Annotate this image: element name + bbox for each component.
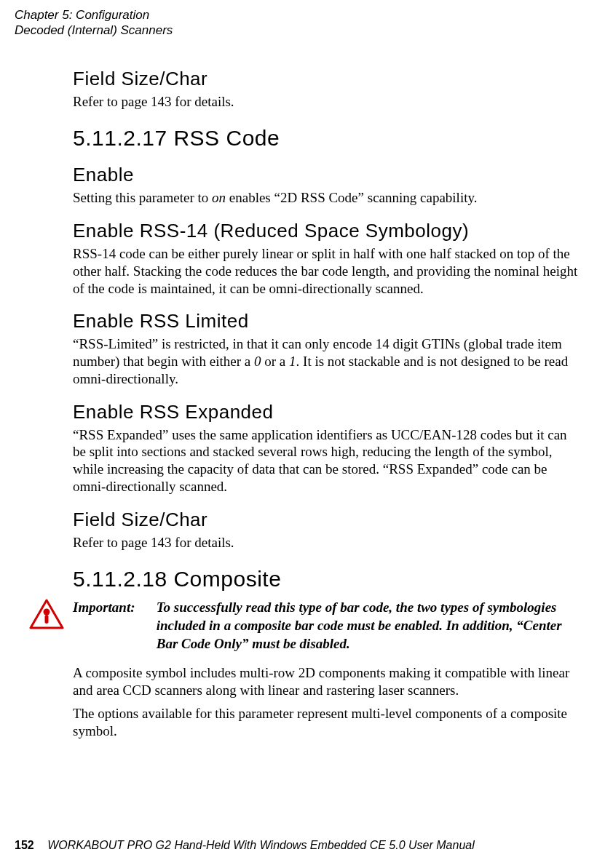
svg-rect-2 — [45, 615, 49, 624]
heading-field-size-char-1: Field Size/Char — [73, 68, 583, 90]
heading-rss14: Enable RSS-14 (Reduced Space Symbology) — [73, 220, 583, 242]
running-head-line-2: Decoded (Internal) Scanners — [15, 23, 590, 38]
important-text: Important: To successfully read this typ… — [73, 599, 564, 653]
heading-enable: Enable — [73, 164, 583, 186]
page-number: 152 — [15, 839, 34, 851]
important-note: Important: To successfully read this typ… — [73, 599, 583, 653]
body-enable-post: enables “2D RSS Code” scanning capabilit… — [226, 190, 477, 205]
heading-rss-code: 5.11.2.17 RSS Code — [73, 126, 583, 151]
body-rss-limited-em1: 0 — [254, 354, 261, 369]
footer-text: WORKABOUT PRO G2 Hand-Held With Windows … — [47, 839, 475, 851]
running-head: Chapter 5: Configuration Decoded (Intern… — [15, 7, 590, 39]
content-area: Field Size/Char Refer to page 143 for de… — [73, 68, 583, 740]
body-field-size-char-1: Refer to page 143 for details. — [73, 93, 583, 111]
body-rss-limited-mid: or a — [261, 354, 290, 369]
important-message: To successfully read this type of bar co… — [157, 599, 564, 653]
svg-point-1 — [44, 609, 50, 616]
body-composite-p2: The options available for this parameter… — [73, 705, 583, 740]
heading-rss-expanded: Enable RSS Expanded — [73, 401, 583, 423]
heading-composite: 5.11.2.18 Composite — [73, 567, 583, 592]
body-rss-limited-em2: 1 — [289, 354, 296, 369]
important-label: Important: — [73, 599, 153, 617]
footer: 152 WORKABOUT PRO G2 Hand-Held With Wind… — [15, 839, 475, 852]
body-field-size-char-2: Refer to page 143 for details. — [73, 534, 583, 552]
body-rss14: RSS-14 code can be either purely linear … — [73, 245, 583, 297]
running-head-line-1: Chapter 5: Configuration — [15, 7, 590, 23]
body-rss-expanded: “RSS Expanded” uses the same application… — [73, 426, 583, 495]
body-enable-em: on — [212, 190, 226, 205]
body-composite-p1: A composite symbol includes multi-row 2D… — [73, 664, 583, 699]
body-enable: Setting this parameter to on enables “2D… — [73, 189, 583, 207]
heading-rss-limited: Enable RSS Limited — [73, 310, 583, 333]
body-enable-pre: Setting this parameter to — [73, 190, 212, 205]
page: Chapter 5: Configuration Decoded (Intern… — [0, 0, 605, 868]
warning-icon — [29, 599, 64, 632]
body-rss-limited: “RSS-Limited” is restricted, in that it … — [73, 335, 583, 387]
heading-field-size-char-2: Field Size/Char — [73, 509, 583, 531]
